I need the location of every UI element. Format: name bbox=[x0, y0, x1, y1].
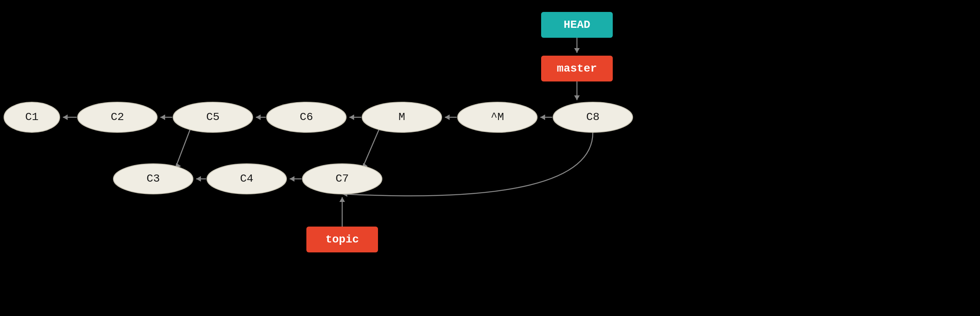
node-c6-label: C6 bbox=[300, 111, 313, 123]
svg-rect-0 bbox=[0, 0, 980, 316]
node-c5-label: C5 bbox=[206, 111, 220, 123]
node-c2-label: C2 bbox=[111, 111, 124, 123]
node-c4-label: C4 bbox=[240, 173, 253, 185]
node-c3-label: C3 bbox=[146, 173, 160, 185]
node-xm-label: ^M bbox=[491, 111, 504, 123]
master-ref-label: master bbox=[557, 62, 597, 75]
node-m-label: M bbox=[399, 111, 405, 123]
node-c1-label: C1 bbox=[25, 111, 39, 123]
node-c8-label: C8 bbox=[586, 111, 600, 123]
head-ref-label: HEAD bbox=[563, 19, 590, 31]
node-c7-label: C7 bbox=[335, 173, 349, 185]
topic-ref-label: topic bbox=[325, 233, 359, 246]
